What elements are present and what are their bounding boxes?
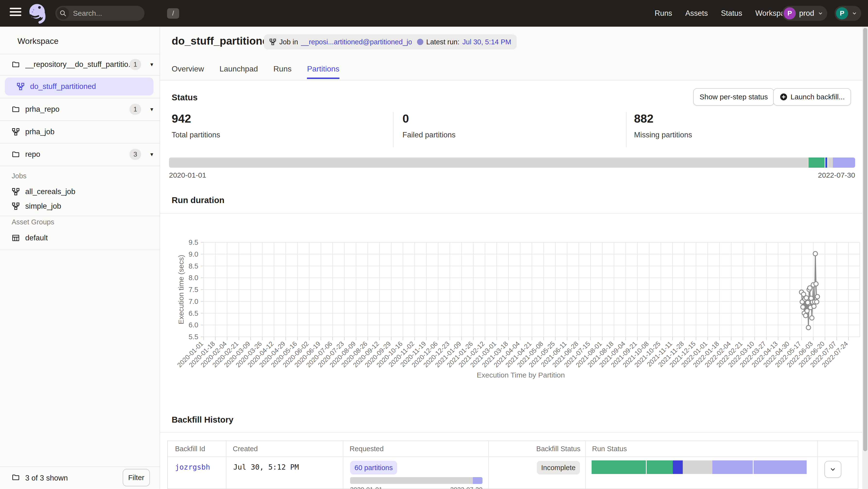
job-header: do_stuff_partitioned Job in __reposi...a… — [160, 27, 868, 80]
data-point[interactable] — [814, 300, 819, 304]
chevron-down-icon — [829, 466, 836, 473]
data-point[interactable] — [812, 304, 816, 308]
job-icon — [17, 82, 25, 91]
sidebar-item--repository-do-stuff-partitio-[interactable]: __repository__do_stuff_partitio...1▾ — [0, 54, 160, 75]
backfill-status-tag: Incomplete — [537, 461, 580, 475]
deployment-switcher[interactable]: P prod — [782, 6, 827, 21]
partition-bar-segment — [833, 158, 855, 168]
requested-partitions-tag[interactable]: 60 partitions — [350, 461, 397, 475]
caret-down-icon[interactable]: ▾ — [150, 61, 153, 68]
partition-bar-segment — [169, 158, 809, 168]
stat-label: Total partitions — [172, 131, 220, 139]
svg-text:8.0: 8.0 — [189, 274, 198, 282]
stat-missing-partitions: 882Missing partitions — [634, 112, 692, 139]
tab-partitions[interactable]: Partitions — [307, 63, 339, 79]
stats-divider — [393, 112, 394, 147]
nav-link-runs[interactable]: Runs — [655, 9, 672, 18]
job-icon — [12, 187, 20, 196]
sidebar-item-simple_job[interactable]: simple_job — [0, 199, 160, 213]
partition-bar-segment — [809, 158, 825, 168]
job-origin-link[interactable]: __reposi...artitioned@partitioned_job — [301, 38, 416, 46]
vertical-scrollbar[interactable] — [862, 27, 868, 489]
data-point[interactable] — [806, 325, 810, 330]
caret-down-icon[interactable]: ▾ — [150, 151, 153, 158]
data-point[interactable] — [815, 294, 819, 299]
sidebar-item-label: prha_job — [25, 127, 55, 136]
status-section-heading: Status — [172, 93, 197, 102]
data-point[interactable] — [804, 313, 808, 318]
run-status-segment — [683, 460, 712, 474]
sidebar-divider — [0, 166, 160, 166]
sidebar-item-default[interactable]: default — [0, 231, 160, 245]
partition-stats: 942Total partitions0Failed partitions882… — [160, 112, 868, 147]
nav-link-assets[interactable]: Assets — [685, 9, 708, 18]
item-count-badge: 1 — [129, 59, 141, 70]
user-menu[interactable]: P — [835, 6, 861, 21]
svg-text:8.5: 8.5 — [189, 262, 198, 270]
sidebar-item-label: default — [25, 234, 48, 242]
data-point[interactable] — [810, 316, 814, 320]
tab-runs[interactable]: Runs — [274, 63, 292, 79]
sidebar-item-do-stuff-partitioned[interactable]: do_stuff_partitioned — [5, 77, 153, 95]
requested-bar-segment — [473, 477, 483, 484]
run-status-segment — [592, 460, 646, 474]
search-shortcut-key: / — [167, 8, 179, 19]
run-status-segment — [647, 460, 673, 474]
filter-button[interactable]: Filter — [123, 469, 150, 486]
section-heading-asset-groups: Asset Groups — [12, 218, 54, 226]
sidebar-item-label: all_cereals_job — [25, 187, 75, 196]
data-point[interactable] — [805, 309, 809, 313]
folder-icon — [12, 473, 20, 483]
sidebar-item-repo[interactable]: repo3▾ — [0, 143, 160, 166]
partition-bar-segment — [825, 158, 827, 168]
svg-text:9.0: 9.0 — [189, 250, 198, 258]
search-input[interactable] — [69, 9, 167, 18]
dagster-logo-icon[interactable] — [27, 3, 48, 26]
backfill-history-heading: Backfill History — [172, 415, 234, 425]
sidebar-item-label: simple_job — [25, 202, 61, 210]
top-navigation-bar: / RunsAssetsStatusWorkspace P prod P — [0, 0, 868, 27]
tab-overview[interactable]: Overview — [172, 63, 204, 79]
chevron-down-icon — [851, 10, 857, 16]
sidebar-item-prha-job[interactable]: prha_job — [0, 121, 160, 143]
stats-divider — [626, 112, 626, 147]
scrollbar-thumb[interactable] — [863, 28, 867, 451]
sidebar-item-prha-repo[interactable]: prha_repo1▾ — [0, 98, 160, 121]
latest-run-link[interactable]: Jul 30, 5:14 PM — [462, 38, 512, 46]
data-point[interactable] — [814, 282, 818, 286]
svg-text:6.0: 6.0 — [189, 321, 198, 329]
stat-value: 942 — [172, 112, 220, 125]
hamburger-menu-icon[interactable] — [10, 8, 21, 19]
latest-run-prefix: Latest run: — [426, 38, 460, 46]
run-status-segment — [712, 460, 753, 474]
backfill-id-link[interactable]: jozrgsbh — [175, 463, 210, 471]
page-title: do_stuff_partitioned — [172, 35, 275, 47]
tab-launchpad[interactable]: Launchpad — [219, 63, 258, 79]
launch-backfill-button[interactable]: Launch backfill... — [773, 88, 851, 106]
svg-text:Execution time (secs): Execution time (secs) — [177, 255, 185, 324]
job-origin-badge: Job in __reposi...artitioned@partitioned… — [264, 34, 431, 50]
show-per-step-status-button[interactable]: Show per-step status — [693, 88, 774, 106]
data-point[interactable] — [813, 252, 817, 256]
sidebar-item-label: prha_repo — [25, 105, 59, 113]
caret-down-icon[interactable]: ▾ — [150, 106, 153, 113]
sidebar-item-all_cereals_job[interactable]: all_cereals_job — [0, 185, 160, 199]
partition-status-bar[interactable] — [169, 158, 855, 168]
search-box[interactable]: / — [55, 6, 145, 21]
nav-link-status[interactable]: Status — [721, 9, 742, 18]
run-status-bar[interactable] — [592, 460, 808, 474]
sidebar-title: Workspace — [18, 36, 58, 46]
deployment-avatar: P — [784, 7, 796, 20]
latest-run-badge: Latest run: Jul 30, 5:14 PM — [412, 34, 517, 50]
item-count-badge: 3 — [129, 149, 141, 160]
column-border — [585, 441, 586, 489]
data-point[interactable] — [801, 305, 805, 309]
sidebar-divider — [0, 75, 160, 75]
user-avatar: P — [836, 7, 848, 20]
data-point[interactable] — [805, 300, 810, 305]
data-point[interactable] — [804, 296, 809, 300]
expand-row-button[interactable] — [824, 461, 841, 478]
column-border — [226, 441, 226, 489]
workspace-sidebar: Workspace __repository__do_stuff_partiti… — [0, 27, 160, 489]
section-heading-jobs: Jobs — [12, 172, 26, 180]
